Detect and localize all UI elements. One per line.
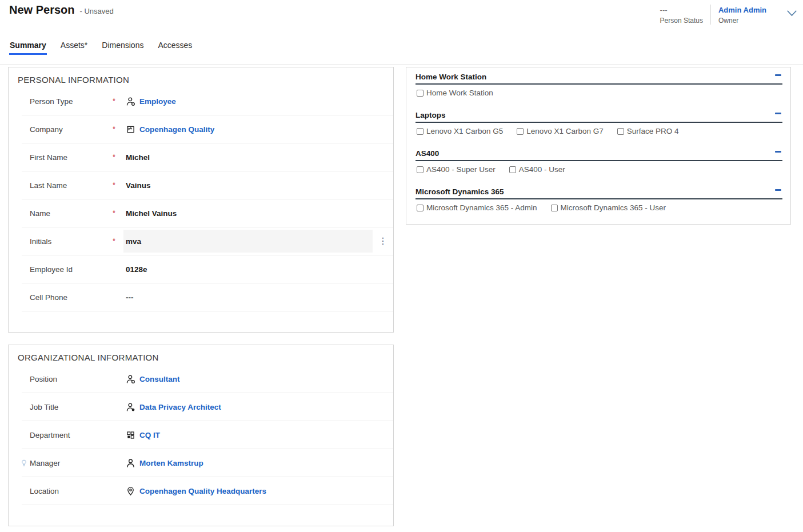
field-value-manager[interactable]: Morten Kamstrup [123, 451, 393, 474]
asset-group-header: Laptops [416, 110, 782, 123]
required-marker: * [113, 153, 123, 161]
field-label: Department [30, 431, 113, 439]
field-value-text[interactable]: Vainus [126, 181, 151, 190]
field-label: Cell Phone [30, 293, 113, 302]
field-value-text[interactable]: mva [126, 237, 141, 246]
field-label: Location [30, 487, 113, 495]
person-badge-icon [126, 97, 135, 106]
field-value-person-type[interactable]: Employee [123, 90, 393, 113]
person-status-block: --- Person Status [653, 5, 710, 25]
field-value-text[interactable]: 0128e [126, 265, 147, 274]
factory-icon [126, 125, 135, 134]
person-status-value: --- [660, 6, 703, 15]
field-value-text[interactable]: Copenhagen Quality Headquarters [139, 487, 266, 495]
owner-block: Admin Admin Owner [711, 5, 774, 25]
collapse-minus-icon[interactable] [775, 74, 781, 76]
field-row-department: Department CQ IT [22, 421, 393, 449]
field-value-cell-phone[interactable]: --- [123, 286, 393, 309]
checkbox-option-as400-super-user[interactable]: AS400 - Super User [417, 165, 496, 174]
field-row-cell-phone: Cell Phone --- [22, 283, 393, 311]
checkbox[interactable] [417, 128, 424, 135]
asset-group-header: AS400 [416, 148, 782, 161]
field-row-employee-id: Employee Id 0128e [22, 255, 393, 283]
collapse-minus-icon[interactable] [775, 189, 781, 191]
field-value-position[interactable]: Consultant [123, 367, 393, 390]
organizational-information-card: ORGANIZATIONAL INFORMATION Position Cons… [8, 345, 394, 526]
ellipsis-vertical-icon[interactable]: ⋮ [373, 230, 393, 253]
checkbox[interactable] [509, 166, 516, 173]
field-value-last-name[interactable]: Vainus [123, 174, 393, 197]
tab-summary[interactable]: Summary [9, 41, 47, 55]
tab-accesses[interactable]: Accesses [157, 41, 193, 55]
checkbox-option-as400-user[interactable]: AS400 - User [509, 165, 565, 174]
checkbox-option-surface-pro-4[interactable]: Surface PRO 4 [617, 127, 679, 136]
checkbox[interactable] [417, 166, 424, 173]
required-marker: * [113, 209, 123, 217]
field-label: Manager [30, 459, 113, 467]
field-value-department[interactable]: CQ IT [123, 423, 393, 446]
checkbox[interactable] [417, 205, 424, 211]
checkbox[interactable] [417, 90, 424, 97]
field-label: Person Type [30, 97, 113, 106]
collapse-minus-icon[interactable] [775, 113, 781, 114]
field-value-text[interactable]: Employee [139, 97, 176, 106]
field-label: Employee Id [30, 265, 113, 274]
tab-assets[interactable]: Assets* [60, 41, 88, 55]
field-value-text[interactable]: --- [126, 293, 134, 302]
field-value-text[interactable]: Data Privacy Architect [139, 403, 221, 411]
collapse-minus-icon[interactable] [775, 151, 781, 153]
lightbulb-icon [20, 459, 28, 467]
asset-group-title: Laptops [416, 111, 446, 119]
tab-dimensions[interactable]: Dimensions [101, 41, 144, 55]
field-value-text[interactable]: Morten Kamstrup [139, 459, 203, 467]
asset-group-options: AS400 - Super User AS400 - User [416, 161, 782, 186]
field-value-location[interactable]: Copenhagen Quality Headquarters [123, 479, 393, 502]
field-row-initials: Initials * mva ⋮ [22, 227, 393, 255]
collapse-header-button[interactable] [786, 9, 797, 19]
card-title: ORGANIZATIONAL INFORMATION [9, 345, 393, 362]
field-value-job-title[interactable]: Data Privacy Architect [123, 395, 393, 418]
field-value-text[interactable]: CQ IT [139, 431, 160, 439]
asset-group-title: Home Work Station [416, 73, 486, 81]
field-label: Last Name [30, 181, 113, 190]
person-badge-icon [126, 374, 135, 384]
checkbox-label: AS400 - User [519, 165, 565, 174]
field-value-text[interactable]: Copenhagen Quality [139, 125, 214, 134]
required-marker: * [113, 181, 123, 189]
field-row-name: Name * Michel Vainus [22, 199, 393, 227]
person-icon [126, 458, 135, 468]
field-label: Job Title [30, 403, 113, 411]
field-value-employee-id[interactable]: 0128e [123, 258, 393, 281]
checkbox[interactable] [517, 128, 524, 135]
page-title: New Person [9, 3, 74, 17]
checkbox-option-lenovo-x1-carbon-g7[interactable]: Lenovo X1 Carbon G7 [517, 127, 603, 136]
field-row-person-type: Person Type * Employee [22, 87, 393, 115]
field-value-text[interactable]: Michel [126, 153, 150, 162]
asset-group-home-work-station: Home Work Station Home Work Station [416, 71, 782, 110]
field-value-name[interactable]: Michel Vainus [123, 202, 393, 225]
field-row-location: Location Copenhagen Quality Headquarters [22, 477, 393, 505]
field-value-text[interactable]: Michel Vainus [126, 209, 177, 218]
field-value-company[interactable]: Copenhagen Quality [123, 118, 393, 141]
asset-group-title: AS400 [416, 149, 439, 158]
checkbox[interactable] [551, 205, 558, 211]
field-value-first-name[interactable]: Michel [123, 146, 393, 169]
content-top-divider [0, 65, 803, 65]
checkbox-option-lenovo-x1-carbon-g5[interactable]: Lenovo X1 Carbon G5 [417, 127, 503, 136]
checkbox-label: Lenovo X1 Carbon G5 [426, 127, 503, 136]
asset-group-laptops: Laptops Lenovo X1 Carbon G5 Lenovo X1 Ca… [416, 110, 782, 148]
field-value-text[interactable]: Consultant [139, 375, 180, 383]
field-value-initials[interactable]: mva [123, 230, 373, 253]
checkbox-option-microsoft-dynamics-365-admin[interactable]: Microsoft Dynamics 365 - Admin [417, 203, 537, 213]
checkbox-label: AS400 - Super User [426, 165, 496, 174]
checkbox-label: Lenovo X1 Carbon G7 [526, 127, 603, 136]
checkbox-option-home-work-station[interactable]: Home Work Station [417, 89, 493, 98]
checkbox[interactable] [617, 128, 624, 135]
field-label: Position [30, 375, 113, 383]
asset-group-microsoft-dynamics-365: Microsoft Dynamics 365 Microsoft Dynamic… [416, 186, 782, 225]
checkbox-option-microsoft-dynamics-365-user[interactable]: Microsoft Dynamics 365 - User [551, 203, 666, 213]
chevron-down-icon [786, 9, 797, 18]
owner-value[interactable]: Admin Admin [718, 6, 766, 15]
checkbox-label: Microsoft Dynamics 365 - User [561, 203, 666, 213]
field-rows: Person Type * Employee Company * Copenh [22, 87, 393, 311]
